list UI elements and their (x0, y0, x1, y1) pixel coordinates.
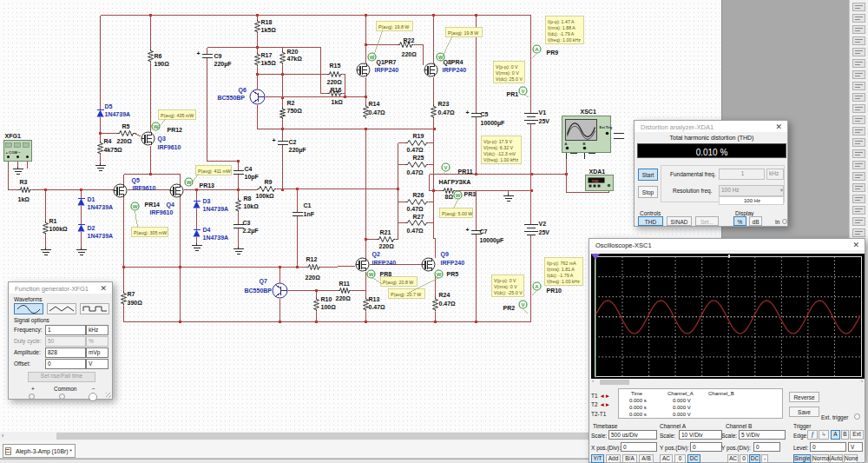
svg-text:2.2µF: 2.2µF (243, 228, 260, 235)
svg-text:P(avg): 20.8 W: P(avg): 20.8 W (383, 280, 413, 285)
svg-text:R19: R19 (413, 133, 424, 139)
svg-text:C9: C9 (214, 53, 222, 59)
svg-text:220µF: 220µF (289, 147, 307, 154)
svg-text:1nF: 1nF (304, 211, 315, 217)
svg-text:390Ω: 390Ω (128, 300, 143, 306)
svg-text:V(rms): 0 V: V(rms): 0 V (496, 70, 519, 76)
svg-text:220Ω: 220Ω (306, 274, 321, 281)
svg-text:PR1: PR1 (507, 91, 519, 97)
svg-text:P(avg): 20.7 W: P(avg): 20.7 W (391, 292, 421, 297)
svg-text:190Ω: 190Ω (155, 61, 170, 67)
svg-text:I(dc): -1.79 A: I(dc): -1.79 A (547, 273, 574, 278)
svg-text:R2: R2 (287, 100, 295, 106)
svg-text:R13: R13 (369, 296, 380, 302)
svg-text:R23: R23 (438, 101, 450, 107)
svg-text:R7: R7 (128, 291, 135, 297)
svg-text:BC550BP: BC550BP (218, 95, 246, 101)
svg-text:V(p-p): 17.9 V: V(p-p): 17.9 V (483, 139, 512, 144)
svg-text:10kΩ: 10kΩ (244, 203, 260, 209)
svg-text:A: A (535, 284, 539, 289)
svg-text:0.47Ω: 0.47Ω (438, 109, 456, 116)
svg-text:A: A (565, 142, 568, 146)
svg-text:R3: R3 (20, 179, 28, 185)
svg-text:V1: V1 (539, 109, 547, 116)
svg-text:I(freq): 1.00 kHz: I(freq): 1.00 kHz (548, 37, 581, 43)
svg-text:D4: D4 (203, 227, 211, 233)
svg-text:R27: R27 (413, 214, 424, 220)
svg-text:R4: R4 (104, 138, 112, 144)
svg-text:100Ω: 100Ω (321, 304, 337, 310)
svg-text:R5: R5 (122, 123, 130, 129)
svg-text:R16: R16 (331, 87, 342, 93)
svg-text:V(rms): 0 V: V(rms): 0 V (494, 284, 517, 289)
svg-text:P(avg): 5.00 W: P(avg): 5.00 W (442, 211, 472, 216)
svg-text:W: W (437, 272, 442, 277)
svg-text:R18: R18 (261, 19, 273, 25)
svg-text:Q8PR4: Q8PR4 (444, 59, 464, 66)
svg-text:0.47Ω: 0.47Ω (439, 301, 457, 307)
svg-text:1k5Ω: 1k5Ω (261, 27, 277, 33)
svg-text:750Ω: 750Ω (287, 108, 303, 114)
svg-text:0.47Ω: 0.47Ω (407, 206, 424, 212)
svg-text:R20: R20 (287, 49, 299, 55)
svg-text:THD: THD (592, 179, 599, 183)
svg-text:R26: R26 (413, 192, 424, 198)
svg-text:1kΩ: 1kΩ (332, 99, 344, 105)
svg-text:V(dc): -25.0 V: V(dc): -25.0 V (494, 290, 523, 295)
svg-text:+: + (197, 50, 201, 56)
svg-text:V(rms): 6.32 V: V(rms): 6.32 V (483, 145, 514, 150)
svg-text:R1: R1 (49, 218, 57, 224)
svg-text:R21: R21 (380, 229, 391, 235)
svg-text:C5: C5 (481, 111, 489, 117)
svg-text:+ COM −: + COM − (6, 150, 22, 155)
svg-text:Q4: Q4 (167, 202, 174, 208)
svg-text:W: W (133, 204, 138, 209)
svg-text:P(avg): 411 mW: P(avg): 411 mW (198, 169, 231, 174)
svg-text:10000µF: 10000µF (480, 237, 504, 244)
svg-text:PR10: PR10 (547, 288, 562, 294)
svg-text:V2: V2 (539, 221, 547, 227)
svg-text:0.47Ω: 0.47Ω (369, 304, 386, 310)
svg-text:I(rms): 1.88 A: I(rms): 1.88 A (548, 25, 575, 30)
svg-text:XFG1: XFG1 (5, 133, 21, 139)
svg-text:C3: C3 (243, 220, 251, 226)
svg-text:P(avg): 19.8 W: P(avg): 19.8 W (448, 30, 478, 36)
svg-text:V: V (521, 302, 524, 308)
svg-text:W: W (187, 180, 192, 185)
svg-text:V(dc): 25.0 V: V(dc): 25.0 V (496, 76, 523, 82)
svg-text:B: B (583, 142, 586, 146)
svg-text:10pF: 10pF (245, 174, 260, 181)
svg-text:100kΩ: 100kΩ (49, 226, 69, 232)
svg-text:220Ω: 220Ω (336, 295, 352, 301)
svg-text:1k5Ω: 1k5Ω (261, 60, 277, 66)
svg-text:PR13: PR13 (200, 182, 215, 189)
svg-text:R14: R14 (369, 101, 380, 107)
svg-text:R25: R25 (413, 155, 424, 161)
svg-text:V(freq): 1.00 kHz: V(freq): 1.00 kHz (483, 157, 518, 162)
svg-text:D3: D3 (203, 198, 211, 204)
svg-text:PR3: PR3 (464, 191, 477, 197)
svg-text:Q7: Q7 (260, 278, 267, 285)
svg-text:Q5: Q5 (132, 177, 140, 184)
svg-text:4k75Ω: 4k75Ω (104, 147, 123, 153)
svg-text:R6: R6 (155, 53, 162, 59)
svg-text:R15: R15 (330, 63, 341, 69)
svg-text:25V: 25V (539, 229, 550, 235)
svg-text:W: W (369, 272, 374, 277)
svg-text:IRF9610: IRF9610 (158, 144, 181, 150)
svg-text:Q2: Q2 (372, 251, 380, 258)
svg-text:P(avg): 435 mW: P(avg): 435 mW (161, 113, 194, 118)
svg-text:V: V (521, 89, 524, 94)
svg-text:I(freq): 1.00 kHz: I(freq): 1.00 kHz (547, 279, 580, 284)
svg-text:IRF9610: IRF9610 (150, 209, 174, 215)
svg-text:Q1PR7: Q1PR7 (377, 59, 397, 66)
svg-text:I(dc): -1.79 A: I(dc): -1.79 A (548, 31, 575, 36)
svg-text:R24: R24 (439, 292, 450, 298)
svg-text:A: A (535, 47, 539, 52)
svg-text:V(dc): -12.3 mV: V(dc): -12.3 mV (483, 151, 516, 156)
svg-text:R9: R9 (265, 179, 273, 185)
svg-text:R10: R10 (321, 296, 332, 302)
svg-text:Q9: Q9 (441, 251, 449, 258)
svg-text:C1: C1 (304, 202, 312, 208)
svg-text:25V: 25V (539, 118, 550, 124)
